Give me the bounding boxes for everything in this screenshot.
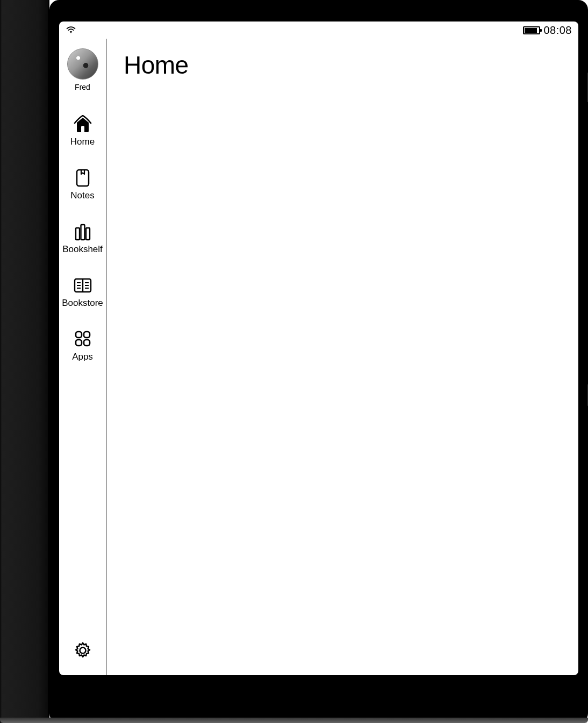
device-bottom-edge — [0, 718, 588, 723]
apps-grid-icon — [73, 330, 92, 348]
sidebar-item-bookshelf[interactable]: Bookshelf — [59, 223, 106, 255]
profile-button[interactable]: Fred — [67, 48, 98, 91]
sidebar-item-bookstore[interactable]: Bookstore — [59, 276, 106, 309]
battery-icon — [523, 26, 540, 34]
home-icon — [73, 115, 92, 133]
svg-rect-13 — [84, 332, 90, 338]
sidebar-item-apps[interactable]: Apps — [59, 330, 106, 362]
device-frame: 08:08 Fred — [0, 0, 588, 723]
nav-list: Home Notes — [59, 115, 106, 362]
sidebar-item-notes[interactable]: Notes — [59, 169, 106, 201]
sidebar: Fred Home — [59, 39, 106, 675]
sidebar-item-label: Bookshelf — [62, 244, 103, 255]
status-clock: 08:08 — [543, 24, 572, 37]
main-content: Home — [106, 39, 578, 675]
wifi-icon — [66, 24, 76, 37]
tablet-bezel: 08:08 Fred — [49, 0, 588, 723]
svg-rect-1 — [76, 228, 80, 240]
sidebar-item-label: Bookstore — [62, 298, 103, 309]
svg-rect-14 — [76, 340, 82, 346]
svg-rect-3 — [86, 228, 90, 240]
content-row: Fred Home — [59, 37, 578, 675]
svg-point-16 — [80, 648, 85, 654]
sidebar-item-label: Apps — [72, 352, 93, 362]
gear-icon — [73, 653, 92, 662]
battery-indicator: 08:08 — [523, 24, 572, 37]
page-title: Home — [124, 51, 561, 80]
sidebar-item-label: Notes — [70, 190, 94, 201]
bookshelf-icon — [73, 223, 92, 241]
settings-button[interactable] — [73, 641, 92, 670]
notebook-icon — [73, 169, 92, 187]
status-bar: 08:08 — [59, 22, 578, 37]
screen: 08:08 Fred — [59, 22, 578, 675]
profile-name: Fred — [75, 83, 90, 91]
sidebar-item-label: Home — [70, 137, 95, 147]
folio-cover — [0, 0, 49, 723]
sidebar-item-home[interactable]: Home — [59, 115, 106, 147]
bookstore-icon — [73, 276, 92, 295]
avatar — [67, 48, 98, 80]
svg-rect-12 — [76, 332, 82, 338]
svg-rect-2 — [81, 225, 84, 240]
svg-rect-15 — [84, 340, 90, 346]
